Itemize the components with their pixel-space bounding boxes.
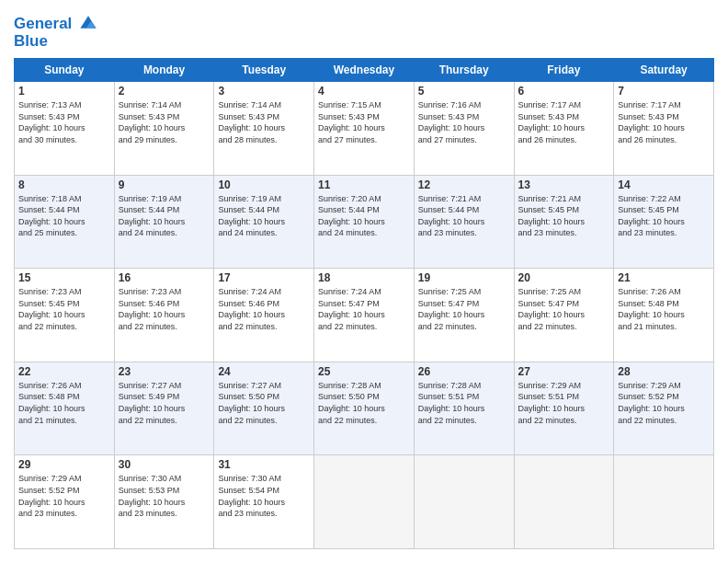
- logo: General Blue: [14, 14, 98, 51]
- day-info: Sunrise: 7:15 AM Sunset: 5:43 PM Dayligh…: [318, 99, 410, 145]
- day-number: 6: [518, 85, 610, 98]
- day-cell-2: 2Sunrise: 7:14 AM Sunset: 5:43 PM Daylig…: [114, 82, 214, 176]
- day-cell-31: 31Sunrise: 7:30 AM Sunset: 5:54 PM Dayli…: [214, 455, 314, 549]
- day-number: 10: [218, 178, 310, 191]
- day-number: 1: [18, 85, 110, 98]
- calendar-table: SundayMondayTuesdayWednesdayThursdayFrid…: [14, 58, 714, 549]
- day-number: 13: [518, 178, 610, 191]
- weekday-header-thursday: Thursday: [414, 59, 514, 82]
- day-cell-12: 12Sunrise: 7:21 AM Sunset: 5:44 PM Dayli…: [414, 175, 514, 269]
- empty-cell: [314, 455, 415, 549]
- day-number: 29: [18, 458, 110, 471]
- day-cell-18: 18Sunrise: 7:24 AM Sunset: 5:47 PM Dayli…: [314, 269, 415, 362]
- logo-general: General: [14, 15, 72, 32]
- day-number: 25: [318, 365, 410, 378]
- weekday-header-sunday: Sunday: [15, 59, 115, 82]
- day-info: Sunrise: 7:28 AM Sunset: 5:51 PM Dayligh…: [418, 380, 510, 426]
- day-info: Sunrise: 7:25 AM Sunset: 5:47 PM Dayligh…: [418, 286, 510, 332]
- day-cell-6: 6Sunrise: 7:17 AM Sunset: 5:43 PM Daylig…: [514, 82, 614, 176]
- day-number: 3: [218, 85, 310, 98]
- weekday-header-saturday: Saturday: [614, 59, 714, 82]
- day-info: Sunrise: 7:25 AM Sunset: 5:47 PM Dayligh…: [518, 286, 610, 332]
- day-number: 21: [618, 271, 710, 284]
- day-cell-19: 19Sunrise: 7:25 AM Sunset: 5:47 PM Dayli…: [414, 269, 514, 362]
- day-info: Sunrise: 7:26 AM Sunset: 5:48 PM Dayligh…: [618, 286, 710, 332]
- day-number: 9: [119, 178, 210, 191]
- day-info: Sunrise: 7:21 AM Sunset: 5:44 PM Dayligh…: [418, 193, 510, 239]
- day-info: Sunrise: 7:30 AM Sunset: 5:53 PM Dayligh…: [119, 473, 210, 519]
- empty-cell: [514, 455, 614, 549]
- day-cell-7: 7Sunrise: 7:17 AM Sunset: 5:43 PM Daylig…: [614, 82, 714, 176]
- day-number: 14: [618, 178, 710, 191]
- day-cell-11: 11Sunrise: 7:20 AM Sunset: 5:44 PM Dayli…: [314, 175, 415, 269]
- day-number: 8: [18, 178, 110, 191]
- day-cell-10: 10Sunrise: 7:19 AM Sunset: 5:44 PM Dayli…: [214, 175, 314, 269]
- day-number: 20: [518, 271, 610, 284]
- day-cell-28: 28Sunrise: 7:29 AM Sunset: 5:52 PM Dayli…: [614, 362, 714, 455]
- day-info: Sunrise: 7:19 AM Sunset: 5:44 PM Dayligh…: [218, 193, 310, 239]
- day-cell-21: 21Sunrise: 7:26 AM Sunset: 5:48 PM Dayli…: [614, 269, 714, 362]
- day-info: Sunrise: 7:29 AM Sunset: 5:52 PM Dayligh…: [18, 473, 110, 519]
- day-cell-1: 1Sunrise: 7:13 AM Sunset: 5:43 PM Daylig…: [15, 82, 115, 176]
- day-info: Sunrise: 7:22 AM Sunset: 5:45 PM Dayligh…: [618, 193, 710, 239]
- day-info: Sunrise: 7:14 AM Sunset: 5:43 PM Dayligh…: [218, 99, 310, 145]
- day-number: 11: [318, 178, 410, 191]
- day-cell-24: 24Sunrise: 7:27 AM Sunset: 5:50 PM Dayli…: [214, 362, 314, 455]
- weekday-header-wednesday: Wednesday: [314, 59, 415, 82]
- day-info: Sunrise: 7:23 AM Sunset: 5:45 PM Dayligh…: [18, 286, 110, 332]
- day-cell-5: 5Sunrise: 7:16 AM Sunset: 5:43 PM Daylig…: [414, 82, 514, 176]
- day-number: 30: [119, 458, 210, 471]
- day-cell-26: 26Sunrise: 7:28 AM Sunset: 5:51 PM Dayli…: [414, 362, 514, 455]
- day-number: 24: [218, 365, 310, 378]
- day-info: Sunrise: 7:14 AM Sunset: 5:43 PM Dayligh…: [119, 99, 210, 145]
- day-info: Sunrise: 7:24 AM Sunset: 5:46 PM Dayligh…: [218, 286, 310, 332]
- day-info: Sunrise: 7:28 AM Sunset: 5:50 PM Dayligh…: [318, 380, 410, 426]
- day-number: 23: [119, 365, 210, 378]
- day-cell-4: 4Sunrise: 7:15 AM Sunset: 5:43 PM Daylig…: [314, 82, 415, 176]
- day-cell-14: 14Sunrise: 7:22 AM Sunset: 5:45 PM Dayli…: [614, 175, 714, 269]
- day-cell-22: 22Sunrise: 7:26 AM Sunset: 5:48 PM Dayli…: [15, 362, 115, 455]
- day-cell-13: 13Sunrise: 7:21 AM Sunset: 5:45 PM Dayli…: [514, 175, 614, 269]
- day-info: Sunrise: 7:21 AM Sunset: 5:45 PM Dayligh…: [518, 193, 610, 239]
- day-number: 5: [418, 85, 510, 98]
- weekday-header-tuesday: Tuesday: [214, 59, 314, 82]
- day-info: Sunrise: 7:16 AM Sunset: 5:43 PM Dayligh…: [418, 99, 510, 145]
- day-info: Sunrise: 7:29 AM Sunset: 5:51 PM Dayligh…: [518, 380, 610, 426]
- day-cell-25: 25Sunrise: 7:28 AM Sunset: 5:50 PM Dayli…: [314, 362, 415, 455]
- day-cell-30: 30Sunrise: 7:30 AM Sunset: 5:53 PM Dayli…: [114, 455, 214, 549]
- day-cell-20: 20Sunrise: 7:25 AM Sunset: 5:47 PM Dayli…: [514, 269, 614, 362]
- day-info: Sunrise: 7:17 AM Sunset: 5:43 PM Dayligh…: [618, 99, 710, 145]
- page-header: General Blue: [14, 14, 714, 51]
- day-info: Sunrise: 7:19 AM Sunset: 5:44 PM Dayligh…: [119, 193, 210, 239]
- day-number: 7: [618, 85, 710, 98]
- day-info: Sunrise: 7:17 AM Sunset: 5:43 PM Dayligh…: [518, 99, 610, 145]
- day-number: 22: [18, 365, 110, 378]
- day-cell-9: 9Sunrise: 7:19 AM Sunset: 5:44 PM Daylig…: [114, 175, 214, 269]
- day-cell-17: 17Sunrise: 7:24 AM Sunset: 5:46 PM Dayli…: [214, 269, 314, 362]
- day-info: Sunrise: 7:27 AM Sunset: 5:49 PM Dayligh…: [119, 380, 210, 426]
- day-number: 17: [218, 271, 310, 284]
- weekday-header-monday: Monday: [114, 59, 214, 82]
- empty-cell: [414, 455, 514, 549]
- day-info: Sunrise: 7:20 AM Sunset: 5:44 PM Dayligh…: [318, 193, 410, 239]
- day-cell-8: 8Sunrise: 7:18 AM Sunset: 5:44 PM Daylig…: [15, 175, 115, 269]
- day-number: 27: [518, 365, 610, 378]
- day-number: 16: [119, 271, 210, 284]
- day-number: 26: [418, 365, 510, 378]
- empty-cell: [614, 455, 714, 549]
- day-cell-16: 16Sunrise: 7:23 AM Sunset: 5:46 PM Dayli…: [114, 269, 214, 362]
- weekday-header-friday: Friday: [514, 59, 614, 82]
- day-cell-23: 23Sunrise: 7:27 AM Sunset: 5:49 PM Dayli…: [114, 362, 214, 455]
- day-info: Sunrise: 7:29 AM Sunset: 5:52 PM Dayligh…: [618, 380, 710, 426]
- day-number: 28: [618, 365, 710, 378]
- day-info: Sunrise: 7:18 AM Sunset: 5:44 PM Dayligh…: [18, 193, 110, 239]
- day-number: 18: [318, 271, 410, 284]
- day-info: Sunrise: 7:26 AM Sunset: 5:48 PM Dayligh…: [18, 380, 110, 426]
- day-info: Sunrise: 7:27 AM Sunset: 5:50 PM Dayligh…: [218, 380, 310, 426]
- day-cell-3: 3Sunrise: 7:14 AM Sunset: 5:43 PM Daylig…: [214, 82, 314, 176]
- day-cell-15: 15Sunrise: 7:23 AM Sunset: 5:45 PM Dayli…: [15, 269, 115, 362]
- day-info: Sunrise: 7:24 AM Sunset: 5:47 PM Dayligh…: [318, 286, 410, 332]
- day-info: Sunrise: 7:30 AM Sunset: 5:54 PM Dayligh…: [218, 473, 310, 519]
- day-info: Sunrise: 7:13 AM Sunset: 5:43 PM Dayligh…: [18, 99, 110, 145]
- day-number: 12: [418, 178, 510, 191]
